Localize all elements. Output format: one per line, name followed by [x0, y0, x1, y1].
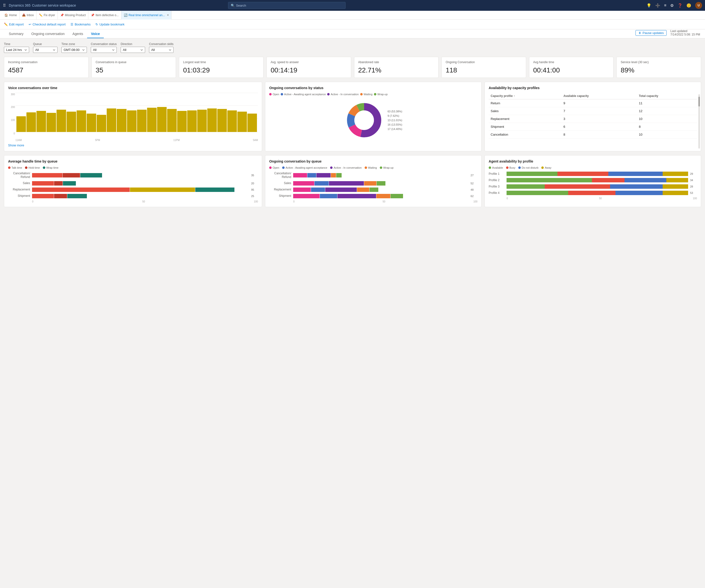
filter-conv-status-select[interactable]: All — [91, 47, 117, 53]
voice-bar[interactable] — [137, 110, 147, 132]
pbar-profile2: Profile 2 34 — [489, 178, 697, 182]
voice-bar[interactable] — [217, 109, 227, 132]
col-total: Total capacity — [637, 93, 697, 99]
tab-realtime[interactable]: 🔄 Real time omnichannel an... ✕ — [122, 11, 172, 19]
qbar-shipment: Shipment 62 — [269, 194, 477, 198]
voice-bar[interactable] — [27, 112, 36, 132]
x-labels: 11AM 5PM 11PM 5AM — [8, 139, 258, 141]
kpi-handle-time-label: Avg.handle time — [533, 60, 610, 64]
tab-home[interactable]: 🏠 Home — [2, 11, 19, 19]
menu-icon[interactable]: ≡ — [664, 3, 666, 8]
kpi-longest-wait-label: Longest wait time — [183, 60, 260, 64]
filter-conv-skills-select[interactable]: All — [149, 47, 174, 53]
show-more-button[interactable]: Show more — [8, 143, 258, 147]
table-row: Sales712 — [489, 107, 697, 115]
ongoing-by-queue-card: Ongoing conversation by queue Open Activ… — [265, 155, 482, 207]
voice-bar[interactable] — [127, 110, 137, 132]
voice-bar[interactable] — [46, 113, 56, 132]
user-avatar[interactable]: U — [695, 2, 702, 9]
legend-dot-waiting — [360, 93, 363, 95]
avail-by-capacity-card: Availability by capacity profiles Capaci… — [484, 82, 701, 151]
lightbulb-icon[interactable]: 💡 — [647, 3, 651, 8]
settings-icon[interactable]: ⚙ — [670, 3, 674, 8]
tab-item-defective[interactable]: 📌 Item defective o... — [88, 11, 122, 19]
tab-close-icon[interactable]: ✕ — [167, 14, 169, 16]
voice-bar[interactable] — [56, 110, 66, 132]
smiley-icon[interactable]: 🙂 — [687, 3, 691, 8]
bookmarks-button[interactable]: ☰ Bookmarks — [70, 22, 91, 26]
chart-row-2: Average handle time by queue Talk time H… — [4, 155, 701, 207]
kpi-avg-speed-label: Avg. speed to answer — [271, 60, 347, 64]
tab-ongoing-conv[interactable]: Ongoing conversation — [28, 29, 68, 38]
update-bookmark-button[interactable]: ↻ Update bookmark — [95, 22, 125, 26]
voice-bar[interactable] — [207, 108, 217, 132]
filter-direction-select[interactable]: All — [121, 47, 145, 53]
tab-voice[interactable]: Voice — [87, 29, 104, 38]
tab-summary[interactable]: Summary — [5, 29, 28, 38]
update-icon: ↻ — [95, 22, 98, 26]
pbar-profile1: Profile 1 29 — [489, 172, 697, 176]
kpi-ongoing-value: 118 — [445, 66, 522, 74]
table-row: Replacement310 — [489, 115, 697, 123]
voice-bar[interactable] — [66, 111, 76, 132]
tab-agents[interactable]: Agents — [68, 29, 87, 38]
checkout-default-button[interactable]: ↩ Checkout default report — [29, 22, 65, 26]
kpi-conv-queue: Conversations in queue 35 — [92, 57, 176, 78]
kpi-abandoned-label: Abandoned rate — [358, 60, 435, 64]
search-box[interactable]: 🔍 Search — [228, 2, 345, 9]
avail-table: Capacity profile ↑ Available capacity To… — [489, 93, 697, 139]
tab-fix-dryer[interactable]: ✏️ Fix dryer — [37, 11, 58, 19]
kpi-handle-time: Avg.handle time 00:41:00 — [529, 57, 614, 78]
table-row: Return911 — [489, 99, 697, 107]
legend-dot-wrapup — [374, 93, 376, 95]
kpi-incoming-value: 4587 — [8, 66, 84, 74]
agent-avail-card: Agent availability by profile Available … — [484, 155, 701, 207]
help-icon[interactable]: ❓ — [677, 3, 683, 8]
voice-bar[interactable] — [197, 110, 207, 132]
inbox-icon: 📥 — [22, 13, 26, 17]
filter-time-select[interactable]: Last 24 hrs — [4, 47, 29, 53]
col-profile: Capacity profile ↑ — [489, 93, 561, 99]
kpi-service-level: Service level (30 sec) 89% — [616, 57, 701, 78]
handle-axis: 0 50 100 — [8, 200, 258, 203]
voice-bar[interactable] — [37, 111, 46, 132]
kpi-avg-speed: Avg. speed to answer 00:14:19 — [267, 57, 351, 78]
add-icon[interactable]: ➕ — [655, 3, 660, 8]
filter-queue: Queue All — [33, 42, 57, 53]
search-icon: 🔍 — [231, 4, 235, 7]
pbar-profile3: Profile 3 28 — [489, 184, 697, 189]
voice-bar[interactable] — [97, 115, 106, 132]
voice-bar[interactable] — [187, 110, 197, 132]
voice-bar[interactable] — [117, 109, 126, 132]
voice-bar[interactable] — [107, 108, 116, 132]
filter-direction: Direction All — [121, 42, 145, 53]
filter-queue-select[interactable]: All — [33, 47, 57, 53]
handle-bars: Cancellation/ Refund 35 Sales — [8, 172, 258, 198]
kpi-ongoing-label: Ongoing Conversation — [445, 60, 522, 64]
filter-timezone-select[interactable]: GMT-08:00 — [61, 47, 87, 53]
filter-timezone-label: Time zone — [61, 42, 87, 46]
voice-bar[interactable] — [147, 108, 157, 132]
hbar-shipment: Shipment 25 — [8, 194, 258, 198]
tab-inbox[interactable]: 📥 Inbox — [19, 11, 37, 19]
voice-bar[interactable] — [77, 110, 86, 132]
donut-container: 63 (53.38%) 9 (7.62%) 13 (11.01%) 16 (13… — [269, 99, 477, 142]
voice-bar[interactable] — [167, 109, 177, 132]
apps-icon[interactable]: ⠿ — [3, 3, 6, 8]
label-13: 13 (11.01%) — [388, 119, 402, 122]
voice-bar[interactable] — [237, 111, 247, 132]
legend-active-await: Active - Awaiting agent acceptance — [281, 93, 326, 96]
queue-legend: Open Active - Awaiting agent acceptance … — [269, 166, 477, 169]
edit-report-button[interactable]: ✏️ Edit report — [4, 22, 24, 26]
tab-missing-product[interactable]: 📌 Missing Product — [58, 11, 88, 19]
voice-bar[interactable] — [247, 114, 257, 132]
scrollbar-track[interactable] — [698, 94, 700, 148]
voice-bar[interactable] — [227, 110, 237, 132]
brand-logo: Dynamics 365 Customer service workspace — [9, 3, 76, 7]
voice-bar[interactable] — [16, 116, 26, 132]
voice-bar[interactable] — [177, 111, 187, 132]
voice-bar[interactable] — [157, 107, 167, 132]
pause-updates-button[interactable]: ⏸ Pause updates — [636, 30, 667, 36]
voice-bar[interactable] — [87, 114, 96, 132]
col-available: Available capacity — [561, 93, 637, 99]
